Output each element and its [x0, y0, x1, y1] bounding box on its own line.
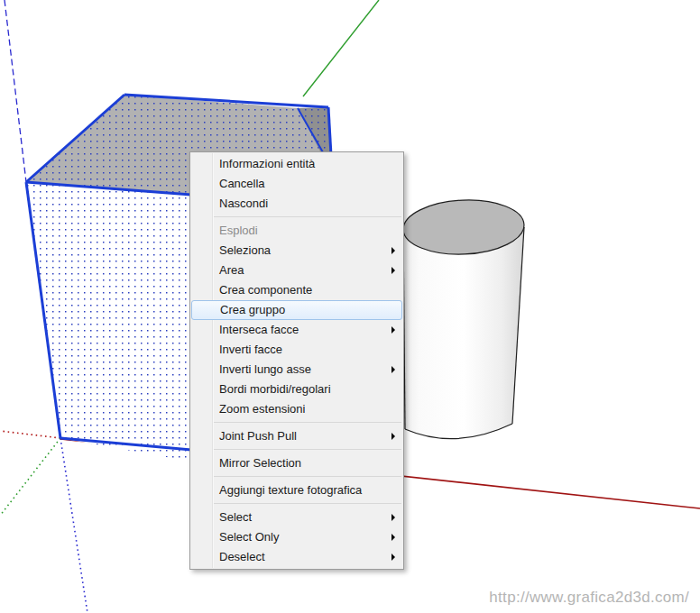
- menu-separator: [214, 449, 401, 450]
- menu-separator: [214, 476, 401, 477]
- menu-item-label: Esplodi: [219, 224, 258, 237]
- menu-item-label: Mirror Selection: [219, 456, 301, 470]
- menu-item-label: Select: [219, 510, 252, 524]
- menu-item-label: Crea gruppo: [220, 303, 285, 316]
- menu-separator: [214, 216, 401, 217]
- menu-item-zoom-estensioni[interactable]: Zoom estensioni: [190, 399, 403, 419]
- menu-item-label: Inverti facce: [219, 343, 282, 356]
- submenu-arrow-icon: [391, 267, 395, 274]
- menu-item-label: Informazioni entità: [219, 157, 315, 170]
- menu-item-bordi-morbidi-regolari[interactable]: Bordi morbidi/regolari: [190, 380, 403, 399]
- context-menu-items: Informazioni entitàCancellaNascondiEsplo…: [190, 154, 403, 567]
- menu-item-label: Seleziona: [219, 243, 271, 257]
- submenu-arrow-icon: [391, 433, 395, 440]
- submenu-arrow-icon: [391, 514, 395, 521]
- menu-separator: [214, 422, 401, 423]
- menu-item-nascondi[interactable]: Nascondi: [190, 194, 403, 214]
- menu-item-inverti-lungo-asse[interactable]: Inverti lungo asse: [190, 360, 403, 380]
- submenu-arrow-icon: [391, 326, 395, 334]
- axis-green-negative: [0, 438, 60, 516]
- menu-item-label: Crea componente: [219, 283, 312, 297]
- menu-item-label: Inverti lungo asse: [219, 362, 311, 376]
- menu-item-mirror-selection[interactable]: Mirror Selection: [190, 453, 403, 473]
- menu-item-seleziona[interactable]: Seleziona: [190, 241, 403, 261]
- menu-item-area[interactable]: Area: [190, 261, 403, 280]
- menu-item-inverti-facce[interactable]: Inverti facce: [190, 340, 403, 360]
- menu-item-label: Cancella: [219, 177, 265, 190]
- menu-item-joint-push-pull[interactable]: Joint Push Pull: [190, 426, 403, 446]
- menu-item-esplodi: Esplodi: [190, 221, 403, 241]
- menu-item-label: Area: [219, 263, 244, 277]
- menu-item-interseca-facce[interactable]: Interseca facce: [190, 320, 403, 340]
- menu-item-select-only[interactable]: Select Only: [190, 527, 403, 547]
- submenu-arrow-icon: [391, 534, 395, 541]
- menu-item-cancella[interactable]: Cancella: [190, 174, 403, 194]
- menu-item-label: Joint Push Pull: [219, 429, 297, 443]
- axis-blue-positive: [5, 0, 26, 182]
- menu-item-label: Select Only: [219, 530, 279, 544]
- axis-blue-negative: [60, 438, 88, 613]
- menu-item-informazioni-entit[interactable]: Informazioni entità: [190, 154, 403, 174]
- menu-item-aggiungi-texture-fotografica[interactable]: Aggiungi texture fotografica: [190, 480, 403, 500]
- cylinder-body[interactable]: [403, 227, 524, 439]
- menu-item-label: Interseca facce: [219, 323, 299, 336]
- axis-green-positive: [303, 0, 379, 96]
- watermark: http://www.grafica2d3d.com/: [489, 589, 689, 607]
- menu-item-label: Deselect: [219, 550, 265, 563]
- submenu-arrow-icon: [391, 554, 395, 561]
- menu-item-select[interactable]: Select: [190, 508, 403, 527]
- menu-item-crea-gruppo[interactable]: Crea gruppo: [191, 300, 402, 320]
- context-menu: Informazioni entitàCancellaNascondiEsplo…: [189, 151, 404, 570]
- submenu-arrow-icon: [391, 247, 395, 254]
- menu-item-label: Aggiungi texture fotografica: [219, 483, 362, 497]
- menu-item-label: Bordi morbidi/regolari: [219, 382, 331, 396]
- menu-separator: [214, 503, 401, 504]
- menu-item-label: Nascondi: [219, 197, 268, 210]
- submenu-arrow-icon: [391, 366, 395, 373]
- menu-item-crea-componente[interactable]: Crea componente: [190, 280, 403, 300]
- cylinder[interactable]: [402, 197, 525, 439]
- axis-red-negative: [0, 431, 60, 438]
- menu-item-deselect[interactable]: Deselect: [190, 547, 403, 567]
- menu-item-label: Zoom estensioni: [219, 402, 305, 416]
